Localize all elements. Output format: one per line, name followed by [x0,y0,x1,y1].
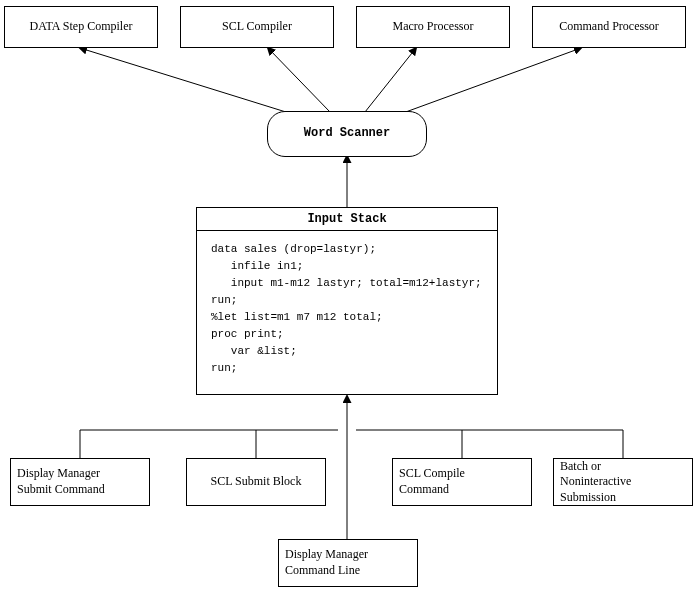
box-display-manager-submit: Display Manager Submit Command [10,458,150,506]
box-display-manager-command-line: Display Manager Command Line [278,539,418,587]
box-data-step-compiler: DATA Step Compiler [4,6,158,48]
box-scl-submit-block: SCL Submit Block [186,458,326,506]
svg-line-1 [268,48,330,112]
svg-line-3 [392,48,581,117]
svg-line-2 [365,48,416,112]
input-stack-code: data sales (drop=lastyr); infile in1; in… [211,241,483,377]
svg-line-0 [80,48,302,117]
box-batch-noninteractive: Batch or Noninteractive Submission [553,458,693,506]
box-command-processor: Command Processor [532,6,686,48]
input-stack-title: Input Stack [197,208,497,231]
box-macro-processor: Macro Processor [356,6,510,48]
box-scl-compile-command: SCL Compile Command [392,458,532,506]
box-input-stack: Input Stack data sales (drop=lastyr); in… [196,207,498,395]
box-scl-compiler: SCL Compiler [180,6,334,48]
box-word-scanner: Word Scanner [267,111,427,157]
